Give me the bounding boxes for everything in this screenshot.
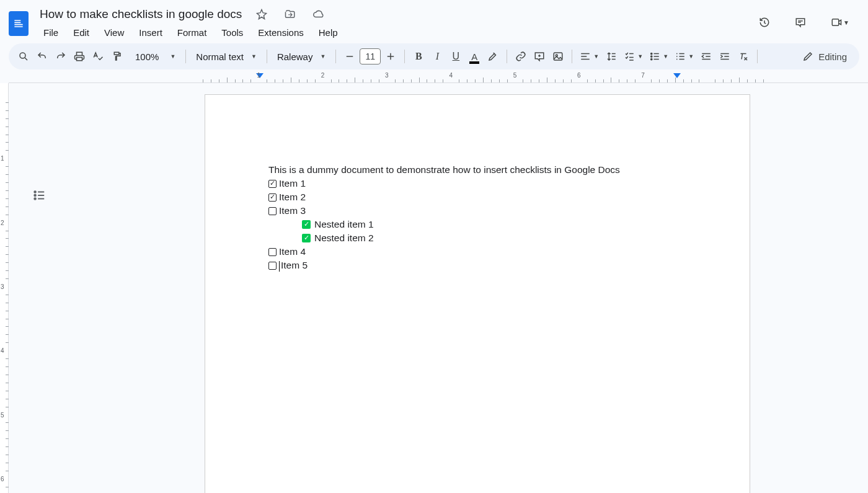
checklist-item[interactable]: Item 5 (268, 259, 686, 272)
checklist-item-label[interactable]: Item 1 (279, 177, 306, 190)
print-icon[interactable] (71, 47, 88, 66)
intro-text[interactable]: This is a dummy document to demonstrate … (268, 163, 686, 177)
insert-image-icon[interactable] (549, 47, 567, 66)
bulleted-list-button[interactable]: ▼ (647, 47, 671, 66)
checklist-item[interactable]: Item 1 (268, 177, 686, 190)
separator (572, 50, 572, 63)
mode-select[interactable]: Editing (796, 47, 853, 66)
checklist-item-label[interactable]: Item 5 (281, 259, 308, 272)
separator (267, 50, 267, 63)
menu-edit[interactable]: Edit (67, 25, 95, 40)
search-icon[interactable] (15, 47, 32, 66)
bold-button[interactable]: B (410, 47, 427, 66)
svg-point-5 (651, 58, 652, 60)
ruler-number: 6 (577, 72, 581, 79)
svg-rect-1 (554, 53, 563, 60)
checkbox-filled-icon[interactable] (302, 220, 311, 229)
svg-point-6 (34, 191, 36, 193)
checkbox-outline-icon[interactable] (268, 193, 277, 202)
svg-point-8 (34, 198, 36, 200)
comments-icon[interactable] (791, 13, 810, 32)
align-button[interactable]: ▼ (577, 47, 601, 66)
highlight-button[interactable] (484, 47, 502, 66)
add-comment-icon[interactable] (531, 47, 548, 66)
svg-point-4 (651, 56, 652, 57)
svg-point-7 (34, 195, 36, 197)
doc-title[interactable]: How to make checklists in google docs (37, 6, 244, 22)
text-color-button[interactable]: A (466, 47, 483, 66)
checklist-item[interactable]: Item 4 (268, 245, 686, 259)
increase-indent-button[interactable] (716, 47, 733, 66)
ruler-number: 5 (513, 72, 517, 79)
zoom-select[interactable]: 100%▼ (126, 47, 180, 66)
undo-icon[interactable] (33, 47, 51, 66)
checklist-item[interactable]: Item 2 (268, 190, 686, 204)
checklist-item[interactable]: Item 3 (268, 204, 686, 218)
outline-toggle-icon[interactable] (32, 189, 46, 205)
redo-icon[interactable] (52, 47, 69, 66)
history-icon[interactable] (755, 13, 774, 32)
svg-point-3 (651, 53, 652, 54)
checklist-item[interactable]: Nested item 2 (268, 231, 686, 245)
menubar: File Edit View Insert Format Tools Exten… (37, 25, 344, 40)
titlebar: How to make checklists in google docs Fi… (0, 0, 868, 40)
vertical-ruler[interactable]: 123456 (0, 83, 9, 493)
document-canvas[interactable]: This is a dummy document to demonstrate … (9, 83, 868, 493)
docs-logo-icon[interactable] (9, 11, 29, 36)
checklist-item-label[interactable]: Item 3 (279, 204, 306, 218)
font-select[interactable]: Raleway▼ (272, 47, 330, 66)
menu-extensions[interactable]: Extensions (252, 25, 309, 40)
menu-help[interactable]: Help (312, 25, 344, 40)
checkbox-outline-icon[interactable] (268, 262, 277, 270)
move-icon[interactable] (281, 5, 299, 24)
menu-file[interactable]: File (37, 25, 64, 40)
font-size-input[interactable]: 11 (360, 48, 381, 64)
menu-view[interactable]: View (98, 25, 130, 40)
page[interactable]: This is a dummy document to demonstrate … (205, 94, 750, 493)
numbered-list-button[interactable]: ▼ (672, 47, 696, 66)
insert-link-icon[interactable] (512, 47, 529, 66)
horizontal-ruler[interactable]: 1234567 (9, 72, 868, 83)
paragraph-style-select[interactable]: Normal text▼ (191, 47, 262, 66)
text-cursor (279, 261, 280, 272)
menu-format[interactable]: Format (171, 25, 213, 40)
spellcheck-icon[interactable] (89, 47, 107, 66)
ruler-number: 7 (641, 72, 645, 79)
ruler-number: 4 (449, 72, 453, 79)
checklist-item-label[interactable]: Item 2 (279, 190, 306, 204)
separator (185, 50, 186, 63)
separator (757, 50, 758, 63)
checklist-button[interactable]: ▼ (621, 47, 645, 66)
italic-button[interactable]: I (428, 47, 446, 66)
cloud-status-icon[interactable] (310, 5, 327, 24)
ruler-number: 1 (257, 72, 261, 79)
separator (507, 50, 507, 63)
menu-tools[interactable]: Tools (215, 25, 249, 40)
separator (404, 50, 405, 63)
checkbox-outline-icon[interactable] (268, 207, 277, 215)
decrease-indent-button[interactable] (698, 47, 715, 66)
svg-point-0 (20, 53, 25, 58)
font-size-increase[interactable] (382, 47, 399, 66)
checkbox-outline-icon[interactable] (268, 248, 277, 256)
separator (335, 50, 336, 63)
menu-insert[interactable]: Insert (133, 25, 169, 40)
checklist-item-label[interactable]: Item 4 (279, 245, 306, 259)
star-icon[interactable] (253, 5, 270, 24)
toolbar: 100%▼ Normal text▼ Raleway▼ 11 B I U A ▼… (9, 43, 859, 69)
meet-icon[interactable]: ▼ (827, 13, 853, 32)
checklist-item-label[interactable]: Nested item 2 (314, 231, 374, 245)
checklist-item-label[interactable]: Nested item 1 (314, 218, 374, 231)
checkbox-outline-icon[interactable] (268, 180, 277, 188)
ruler-number: 2 (321, 72, 325, 79)
checklist-item[interactable]: Nested item 1 (268, 218, 686, 231)
font-size-decrease[interactable] (341, 47, 358, 66)
checkbox-filled-icon[interactable] (302, 234, 311, 242)
clear-formatting-button[interactable] (735, 47, 752, 66)
underline-button[interactable]: U (447, 47, 464, 66)
paint-format-icon[interactable] (108, 47, 125, 66)
ruler-number: 3 (385, 72, 389, 79)
line-spacing-button[interactable] (603, 47, 620, 66)
